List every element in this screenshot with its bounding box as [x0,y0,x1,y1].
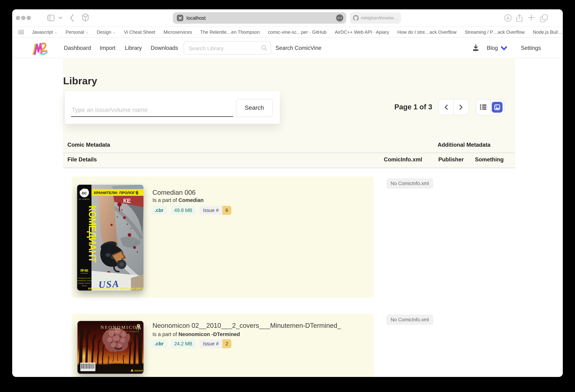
bookmark-folder-personal[interactable]: Personal⌄ [66,29,88,35]
issue-badge: Issue # 2 [199,339,231,348]
page-title: Library [63,75,97,87]
chevron-down-icon: ⌄ [113,30,116,34]
comic-series-line: Is a part of Neonomicon -DTermined [152,331,240,337]
background-tab-github[interactable]: rishighan/threetw… [350,12,401,24]
cover-authors-text: БРАЙАН АЗЗАРЕЛЛО • ДЖЕЙ ДЖИ ДЖОНС [88,287,144,290]
library-quick-search-input[interactable] [184,42,261,55]
next-page-button[interactable] [454,99,468,115]
chevron-right-icon [459,104,463,110]
bookmark-item[interactable]: The Relentle…en Thompson [200,29,260,35]
traffic-close-button[interactable] [16,16,20,20]
blog-chevron-icon[interactable] [501,46,507,50]
safari-window: localhost rishighan/threetw… [12,9,563,377]
bookmark-item[interactable]: Microservices [163,29,192,35]
search-button[interactable]: Search [236,99,273,117]
comic-title[interactable]: Comedian 006 [152,189,196,197]
bookmark-item[interactable]: Vi Cheat Sheet [124,29,155,35]
cover-author-right: JACEN BURROWS [122,331,140,332]
bookmarks-grid-icon[interactable] [18,30,24,34]
cover-avatar-logo: AVATAR [134,369,143,372]
traffic-minimize-button[interactable] [21,16,25,20]
pager-group [438,99,469,115]
chevron-down-icon: ⌄ [54,30,57,34]
column-comicinfo: ComicInfo.xml [384,156,422,163]
share-icon[interactable] [515,14,523,23]
cover-banner-title: ХРАНИТЕЛИ: ПРОЛОГ [94,191,135,195]
bookmark-folder-javascript[interactable]: Javascript⌄ [32,29,57,35]
nav-library[interactable]: Library [125,38,142,58]
tab-overview-icon[interactable] [539,14,548,23]
comic-title[interactable]: Neonomicon 02__2010___2_covers___Minutem… [152,322,341,330]
chevron-left-icon [444,104,448,110]
file-ext-badge: .cbr [151,339,167,348]
column-file-details: File Details [68,156,97,163]
new-tab-icon[interactable] [528,14,535,21]
bookmark-item[interactable]: AirDC++ Web API · Apiary [335,29,389,35]
issue-number: 2 [222,339,231,348]
table-divider [63,152,515,153]
app-navbar: Dashboard Import Library Downloads Searc… [12,38,563,58]
prev-page-button[interactable] [439,99,454,115]
comicinfo-status-badge: No ComicInfo.xml [386,178,433,189]
issue-search-field[interactable] [71,103,233,117]
bookmark-item[interactable]: How do I stre…ack Overflow [397,29,456,35]
issue-label: Issue # [199,206,222,215]
cover-title-text: NEONOMICON [100,325,141,330]
cover-dc-logo-text: DC [82,191,87,195]
box-icon[interactable] [81,13,90,23]
series-name[interactable]: Neonomicon -DTermined [178,331,240,337]
gallery-view-button[interactable] [490,99,504,115]
file-size-badge: 24.2 MB [171,339,196,348]
sidebar-chevron-icon[interactable] [58,17,62,19]
cover-publisher-text: DC COMICS [79,198,90,200]
gallery-view-icon [495,104,500,110]
search-icon [261,45,267,51]
clear-url-icon[interactable] [177,15,183,21]
column-something: Something [475,156,503,163]
cover-credit-line: ПЕРЕВОД: DISCORD [78,277,91,279]
issue-search-input[interactable] [71,103,235,117]
nav-import[interactable]: Import [100,38,116,58]
nav-downloads[interactable]: Downloads [151,38,178,58]
column-publisher: Publisher [438,156,464,163]
more-options-icon[interactable] [336,14,343,22]
traffic-zoom-button[interactable] [26,16,31,20]
screen: localhost rishighan/threetw… [0,0,575,392]
address-bar[interactable]: localhost [173,12,346,24]
issue-label: Issue # [199,339,222,348]
list-view-button[interactable] [476,99,490,115]
issue-badge: Issue # 6 [199,206,231,215]
downloads-icon[interactable] [504,14,512,22]
comic-badges: .cbr 49.8 MB Issue # 6 [151,206,231,215]
table-divider [63,167,515,168]
bookmark-item[interactable]: Node.js Buil…nder Samatov [533,29,563,35]
downloads-tray-icon[interactable] [472,44,479,52]
nav-blog[interactable]: Blog [487,38,498,58]
issue-number: 6 [222,206,231,215]
bookmark-item[interactable]: Streaming / P…ack Overflow [465,29,525,35]
bookmark-folder-design[interactable]: Design⌄ [97,29,116,35]
cover-credit-line: ОФОРМЛЕНИЕ: TOSTER [77,280,92,281]
pagination-label: Page 1 of 3 [394,103,432,111]
comic-cover-comedian[interactable]: КЕ USA [77,185,144,291]
view-toggle-group [476,99,504,115]
back-button-icon[interactable] [70,14,74,22]
comic-badges: .cbr 24.2 MB Issue # 2 [151,339,231,348]
comicinfo-status-badge: No ComicInfo.xml [386,315,433,325]
series-name[interactable]: Comedian [178,197,204,203]
cover-spine-title: КОМЕДИАНТ [87,206,98,262]
cover-author-left: ALAN MOORE [105,331,119,332]
app-logo[interactable] [32,41,48,56]
series-prefix: Is a part of [152,197,177,203]
browser-toolbar: localhost rishighan/threetw… [12,9,563,26]
bookmark-item[interactable]: comic-vine-sc…per · GitHub [268,29,327,35]
comic-cover-neonomicon[interactable]: NEONOMICON ALAN MOORE JACEN BURROWS AVAT… [77,321,144,374]
nav-settings[interactable]: Settings [521,38,541,58]
url-text: localhost [187,15,336,21]
cover-banner-issue: 6 [136,190,139,195]
sidebar-toggle-icon[interactable] [47,15,54,21]
nav-dashboard[interactable]: Dashboard [64,38,91,58]
library-quick-search[interactable] [184,41,271,54]
github-icon [353,15,359,21]
nav-search-comicvine[interactable]: Search ComicVine [275,38,321,58]
